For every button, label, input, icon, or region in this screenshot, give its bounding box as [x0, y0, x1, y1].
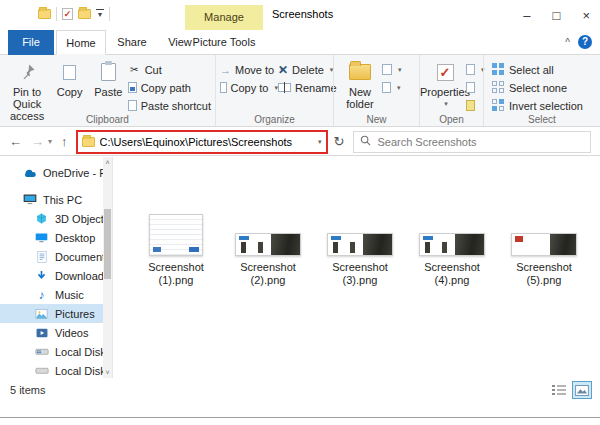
music-note-icon: ♪ [34, 288, 49, 302]
paste-button[interactable]: Paste [89, 58, 128, 98]
tab-share[interactable]: Share [108, 30, 156, 55]
file-item[interactable]: Screenshot(4).png [413, 233, 491, 287]
tab-picture-tools[interactable]: Picture Tools [185, 30, 263, 55]
item-count: 5 items [10, 384, 45, 396]
manage-contextual-tab[interactable]: Manage [185, 5, 263, 30]
copy-button[interactable]: Copy [50, 58, 89, 98]
sidebar-item-videos[interactable]: Videos [0, 323, 112, 342]
video-icon [34, 328, 49, 338]
window-title: Screenshots [272, 8, 333, 20]
copy-to-icon [220, 82, 227, 93]
minimize-button[interactable]: – [523, 8, 530, 23]
select-all-icon [492, 63, 504, 77]
search-box[interactable]: Search Screenshots [353, 131, 591, 153]
tab-home[interactable]: Home [56, 30, 106, 55]
divider [109, 7, 110, 21]
folder-icon [82, 137, 95, 147]
new-folder-button[interactable]: New folder [338, 58, 382, 110]
edit-button[interactable] [466, 80, 485, 95]
maximize-button[interactable]: □ [553, 8, 561, 23]
file-name: Screenshot(5).png [516, 261, 572, 287]
copy-path-icon [128, 82, 137, 93]
new-folder-icon[interactable] [78, 9, 91, 19]
file-item[interactable]: Screenshot(3).png [321, 233, 399, 287]
recent-locations-icon[interactable]: ▾ [48, 137, 52, 146]
properties-icon: ✓ [437, 60, 454, 84]
close-button[interactable]: × [582, 8, 590, 23]
address-bar[interactable]: ▾ [76, 130, 328, 154]
group-label-organize: Organize [216, 114, 333, 125]
sidebar-item-music[interactable]: ♪ Music [0, 285, 112, 304]
sidebar-item-documents[interactable]: Documents [0, 247, 112, 266]
easy-access-icon [382, 64, 392, 75]
pin-to-quick-access-button[interactable]: Pin to Quick access [4, 58, 50, 122]
new-item-button[interactable]: ▾ [382, 80, 402, 95]
file-item[interactable]: Screenshot(2).png [229, 233, 307, 287]
select-none-icon [492, 81, 504, 95]
paste-icon [101, 60, 116, 84]
history-button[interactable] [466, 98, 485, 113]
file-thumbnail [419, 233, 485, 256]
folder-icon[interactable] [38, 9, 51, 19]
open-button[interactable]: ▾ [466, 62, 485, 77]
sidebar-item-downloads[interactable]: Downloads [0, 266, 112, 285]
back-icon[interactable]: ← [9, 134, 22, 149]
rename-button[interactable]: Rename [278, 80, 337, 95]
move-to-button[interactable]: → Move to ▾ [220, 62, 278, 77]
address-dropdown-icon[interactable]: ▾ [318, 138, 322, 146]
up-icon[interactable]: ↑ [61, 134, 68, 149]
scrollbar-thumb[interactable] [104, 209, 111, 279]
file-thumbnail [511, 233, 577, 256]
details-view-button[interactable] [549, 381, 569, 399]
new-group: New folder ▾ ▾ New [333, 55, 419, 126]
invert-selection-icon [492, 99, 504, 113]
file-explorer-window: ✓ ▾ Manage Screenshots – □ × File Home S… [0, 0, 600, 418]
rename-icon [278, 83, 291, 92]
help-icon[interactable]: ? [578, 35, 592, 49]
easy-access-button[interactable]: ▾ [382, 62, 402, 77]
group-label-open: Open [420, 114, 483, 125]
download-arrow-icon [34, 270, 49, 281]
sidebar-item-3d-objects[interactable]: 3D Objects [0, 209, 112, 228]
copy-icon [63, 60, 76, 84]
sidebar-item-pictures[interactable]: Pictures [0, 304, 112, 323]
sidebar-item-onedrive[interactable]: OneDrive - Per [0, 163, 112, 182]
file-name: Screenshot(1).png [148, 261, 204, 287]
chevron-down-icon: ▾ [444, 98, 448, 110]
group-label-new: New [334, 114, 419, 125]
forward-icon[interactable]: → [31, 134, 44, 149]
invert-selection-button[interactable]: Invert selection [492, 98, 583, 113]
file-list: Screenshot(1).png Screenshot(2).png Scre… [113, 157, 600, 287]
sidebar-item-this-pc[interactable]: This PC [0, 190, 112, 209]
address-input[interactable] [100, 136, 313, 148]
new-folder-icon [349, 60, 371, 84]
large-icons-view-button[interactable] [572, 381, 592, 399]
sidebar-item-desktop[interactable]: Desktop [0, 228, 112, 247]
select-none-button[interactable]: Select none [492, 80, 583, 95]
disk-drive-icon [34, 347, 49, 356]
copy-path-button[interactable]: Copy path [128, 80, 211, 95]
cut-button[interactable]: ✂ Cut [128, 62, 211, 77]
search-icon [360, 135, 371, 148]
sidebar-scrollbar[interactable]: ˄ ˅ [103, 157, 112, 378]
paste-shortcut-button[interactable]: Paste shortcut [128, 98, 211, 113]
paste-shortcut-icon [128, 100, 137, 111]
document-icon [34, 251, 49, 263]
copy-to-button[interactable]: Copy to ▾ [220, 80, 278, 95]
properties-button[interactable]: ✓ Properties ▾ [424, 58, 466, 110]
edit-icon [466, 82, 475, 93]
scroll-up-icon[interactable]: ˄ [105, 159, 109, 166]
file-item[interactable]: Screenshot(5).png [505, 233, 583, 287]
status-bar: 5 items [0, 378, 600, 402]
select-all-button[interactable]: Select all [492, 62, 583, 77]
sidebar-item-local-disk-c[interactable]: Local Disk (C: [0, 342, 112, 361]
collapse-ribbon-icon[interactable]: ^ [565, 37, 570, 48]
tab-file[interactable]: File [8, 30, 54, 55]
properties-icon[interactable]: ✓ [62, 8, 73, 20]
ribbon-tab-row: File Home Share View Picture Tools ^ ? [0, 30, 600, 55]
scroll-down-icon[interactable]: ˅ [105, 369, 109, 376]
customize-toolbar-icon[interactable]: ▾ [96, 9, 104, 19]
refresh-icon[interactable]: ↻ [334, 134, 345, 149]
delete-button[interactable]: ✕ Delete ▾ [278, 62, 337, 77]
file-item[interactable]: Screenshot(1).png [137, 214, 215, 287]
